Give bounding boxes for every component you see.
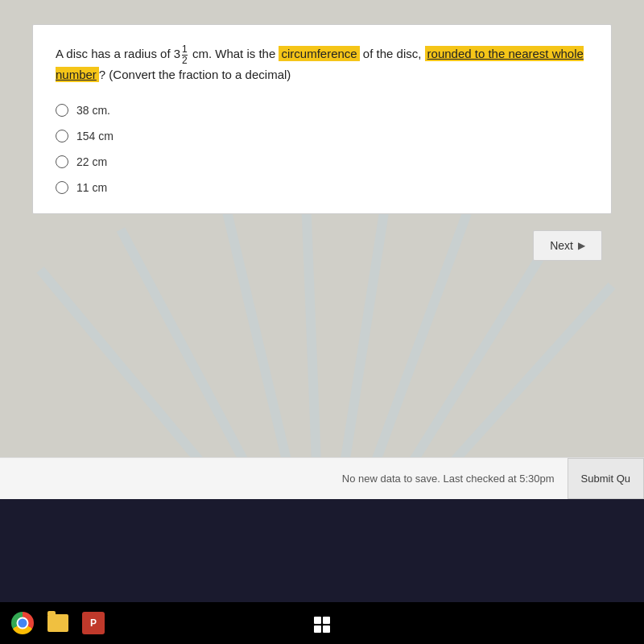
option-d[interactable]: 11 cm bbox=[56, 181, 588, 194]
submit-button[interactable]: Submit Qu bbox=[568, 458, 644, 499]
status-text: No new data to save. Last checked at 5:3… bbox=[342, 473, 568, 485]
question-intro: A disc has a radius of bbox=[56, 47, 174, 60]
chrome-icon bbox=[11, 612, 34, 634]
folder-taskbar-icon[interactable] bbox=[42, 607, 74, 639]
folder-icon bbox=[47, 614, 68, 632]
option-c-label: 22 cm bbox=[76, 155, 107, 168]
powerpoint-icon: P bbox=[82, 612, 105, 634]
option-a-label: 38 cm. bbox=[76, 104, 110, 117]
question-middle: of the disc, bbox=[360, 47, 425, 60]
windows-icon bbox=[314, 617, 330, 633]
radio-a[interactable] bbox=[56, 104, 68, 117]
radius-fraction: 12 bbox=[182, 44, 188, 65]
question-text: A disc has a radius of 312 cm. What is t… bbox=[56, 44, 588, 85]
option-d-label: 11 cm bbox=[76, 181, 107, 194]
next-area: Next ▶ bbox=[0, 230, 644, 261]
dark-area bbox=[0, 499, 644, 602]
chrome-taskbar-icon[interactable] bbox=[6, 607, 39, 639]
circumference-highlight: circumference bbox=[279, 46, 359, 61]
status-bar: No new data to save. Last checked at 5:3… bbox=[0, 457, 644, 499]
powerpoint-taskbar-icon[interactable]: P bbox=[77, 607, 109, 639]
answer-options: 38 cm. 154 cm 22 cm 11 cm bbox=[56, 104, 588, 194]
option-b-label: 154 cm bbox=[76, 130, 114, 142]
question-unit: cm. What is the bbox=[189, 47, 279, 60]
start-button[interactable] bbox=[306, 609, 338, 641]
option-c[interactable]: 22 cm bbox=[56, 155, 588, 168]
main-content-area: A disc has a radius of 312 cm. What is t… bbox=[0, 0, 644, 499]
next-button[interactable]: Next ▶ bbox=[533, 230, 602, 261]
radio-b[interactable] bbox=[56, 130, 68, 142]
radius-whole: 3 bbox=[174, 47, 180, 60]
question-end: ? (Convert the fraction to a decimal) bbox=[99, 68, 291, 81]
radio-c[interactable] bbox=[56, 155, 68, 168]
next-arrow-icon: ▶ bbox=[578, 240, 585, 251]
option-a[interactable]: 38 cm. bbox=[56, 104, 588, 117]
option-b[interactable]: 154 cm bbox=[56, 130, 588, 142]
next-label: Next bbox=[550, 239, 573, 252]
taskbar: P bbox=[0, 602, 644, 644]
question-card: A disc has a radius of 312 cm. What is t… bbox=[32, 24, 612, 214]
radio-d[interactable] bbox=[56, 181, 68, 194]
